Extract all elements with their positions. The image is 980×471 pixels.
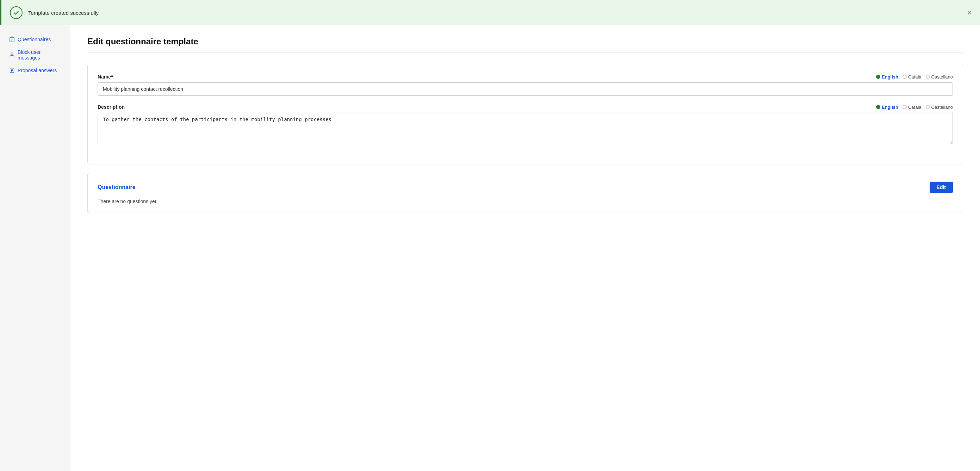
description-lang-selector: English Català Castellano: [876, 105, 953, 110]
form-card: Name* English Català Castellano: [88, 64, 963, 164]
questionnaire-card: Questionnaire Edit There are no question…: [88, 173, 963, 213]
questionnaire-empty-text: There are no questions yet.: [97, 198, 953, 204]
name-field-row: Name* English Català Castellano: [97, 74, 953, 96]
description-textarea[interactable]: [97, 113, 953, 144]
questionnaire-edit-button[interactable]: Edit: [930, 182, 953, 193]
description-lang-english[interactable]: English: [876, 105, 898, 110]
success-banner: Template created successfully. ×: [0, 0, 980, 25]
name-lang-english-label: English: [882, 74, 898, 79]
sidebar-item-questionnaires-label: Questionnaires: [18, 36, 51, 42]
banner-message: Template created successfully.: [28, 10, 100, 16]
user-block-icon: [9, 52, 15, 58]
name-label: Name*: [97, 74, 113, 79]
title-divider: [88, 52, 963, 52]
name-lang-catala-label: Català: [908, 74, 921, 79]
svg-point-5: [11, 53, 13, 55]
description-label: Description: [97, 104, 125, 110]
description-lang-castellano-radio: [926, 105, 930, 109]
questionnaire-section-title: Questionnaire: [97, 184, 135, 190]
document-icon: [9, 68, 15, 73]
name-lang-catala-radio: [902, 75, 907, 79]
main-content: Edit questionnaire template Name* Englis…: [70, 25, 980, 471]
description-field-row: Description English Català Castellano: [97, 104, 953, 146]
page-title: Edit questionnaire template: [88, 36, 963, 46]
sidebar: Questionnaires Block user messages Propo…: [0, 25, 70, 471]
description-lang-catala-radio: [902, 105, 907, 109]
description-lang-catala-label: Català: [908, 105, 921, 110]
name-input[interactable]: [97, 82, 953, 96]
sidebar-item-questionnaires[interactable]: Questionnaires: [6, 34, 65, 45]
sidebar-item-proposal-answers[interactable]: Proposal answers: [6, 65, 65, 76]
clipboard-icon: [9, 36, 15, 42]
name-field-header: Name* English Català Castellano: [97, 74, 953, 79]
close-banner-button[interactable]: ×: [966, 8, 973, 17]
description-lang-english-label: English: [882, 105, 898, 110]
name-lang-english-radio: [876, 75, 880, 79]
name-lang-english[interactable]: English: [876, 74, 898, 79]
description-lang-castellano-label: Castellano: [931, 105, 953, 110]
description-lang-english-radio: [876, 105, 880, 109]
sidebar-item-block-user-messages[interactable]: Block user messages: [6, 46, 65, 63]
questionnaire-header: Questionnaire Edit: [97, 182, 953, 193]
description-lang-catala[interactable]: Català: [902, 105, 921, 110]
sidebar-item-block-user-messages-label: Block user messages: [18, 49, 61, 60]
name-lang-castellano-radio: [926, 75, 930, 79]
name-lang-castellano[interactable]: Castellano: [926, 74, 953, 79]
description-field-header: Description English Català Castellano: [97, 104, 953, 110]
name-lang-castellano-label: Castellano: [931, 74, 953, 79]
name-lang-catala[interactable]: Català: [902, 74, 921, 79]
name-lang-selector: English Català Castellano: [876, 74, 953, 79]
description-lang-castellano[interactable]: Castellano: [926, 105, 953, 110]
sidebar-item-proposal-answers-label: Proposal answers: [18, 68, 57, 73]
success-icon: [10, 6, 22, 19]
